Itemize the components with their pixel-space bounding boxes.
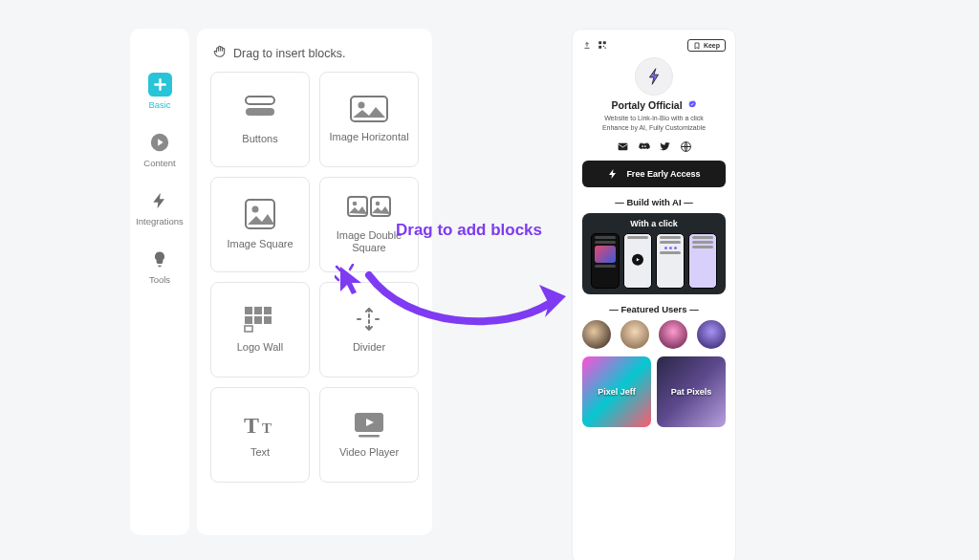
block-tile-video-player[interactable]: Video Player <box>319 387 419 483</box>
sidebar-item-tools[interactable]: Tools <box>146 246 173 285</box>
ai-card[interactable]: With a click <box>582 213 726 294</box>
svg-point-11 <box>376 202 381 206</box>
sidebar-item-label: Content <box>143 158 175 168</box>
svg-rect-18 <box>245 326 252 332</box>
block-tile-text[interactable]: TT Text <box>210 387 310 483</box>
verified-badge-icon <box>687 99 697 109</box>
block-tile-label: Image Double Square <box>320 229 418 254</box>
svg-rect-2 <box>246 97 274 104</box>
image-horizontal-icon <box>349 95 389 123</box>
profile-name: Portaly Official <box>582 99 726 111</box>
block-tile-image-square[interactable]: Image Square <box>210 177 310 272</box>
svg-text:T: T <box>262 420 272 436</box>
keep-button-label: Keep <box>704 42 720 49</box>
svg-rect-22 <box>359 435 380 438</box>
featured-user-card-label: Pat Pixels <box>671 387 712 397</box>
discord-icon[interactable] <box>638 140 650 153</box>
svg-rect-23 <box>598 41 601 44</box>
social-row <box>582 140 726 153</box>
featured-user-card-label: Pixel Jeff <box>598 387 636 397</box>
left-sidebar: Basic Content Integrations Tools <box>130 29 189 535</box>
svg-rect-27 <box>605 47 606 48</box>
blocks-panel-header: Drag to insert blocks. <box>210 42 419 72</box>
svg-rect-16 <box>254 316 262 324</box>
svg-point-5 <box>359 102 365 109</box>
preview-panel: Keep Portaly Official Website to Link-in… <box>572 29 736 560</box>
block-tile-label: Text <box>250 446 270 459</box>
blocks-panel: Drag to insert blocks. Buttons Image Hor… <box>197 29 432 535</box>
cta-button[interactable]: Free Early Access <box>582 161 726 187</box>
block-tile-label: Video Player <box>339 446 399 459</box>
sidebar-item-label: Basic <box>148 99 170 110</box>
ai-card-phones <box>588 233 720 289</box>
featured-user-avatar[interactable] <box>697 320 726 349</box>
buttons-icon <box>241 93 279 125</box>
block-tile-image-horizontal[interactable]: Image Horizontal <box>319 72 419 167</box>
svg-point-7 <box>252 206 259 213</box>
block-tile-label: Divider <box>353 341 385 354</box>
cta-button-label: Free Early Access <box>626 169 700 179</box>
block-tile-logo-wall[interactable]: Logo Wall <box>210 282 310 377</box>
twitter-icon[interactable] <box>659 140 671 153</box>
qr-icon[interactable] <box>598 40 607 52</box>
blocks-panel-header-text: Drag to insert blocks. <box>233 47 345 60</box>
featured-users-avatars <box>582 320 726 349</box>
svg-rect-12 <box>245 307 252 314</box>
lightbulb-icon <box>146 246 173 272</box>
featured-user-card[interactable]: Pixel Jeff <box>582 356 651 427</box>
preview-topbar: Keep <box>582 39 726 52</box>
block-tile-label: Image Square <box>227 238 293 250</box>
text-icon: TT <box>241 410 279 439</box>
block-tile-divider[interactable]: Divider <box>319 282 419 377</box>
svg-rect-29 <box>618 142 627 150</box>
svg-rect-15 <box>245 316 252 324</box>
featured-user-avatar[interactable] <box>582 320 611 349</box>
sidebar-item-label: Tools <box>149 274 170 285</box>
svg-rect-3 <box>246 108 274 116</box>
image-square-icon <box>244 198 276 230</box>
mail-icon[interactable] <box>617 140 629 153</box>
svg-rect-14 <box>264 307 272 314</box>
image-double-square-icon <box>346 195 392 222</box>
svg-rect-24 <box>603 41 606 44</box>
share-icon[interactable] <box>582 40 592 52</box>
featured-user-avatar[interactable] <box>659 320 687 349</box>
featured-user-avatar[interactable] <box>620 320 649 349</box>
block-tile-label: Logo Wall <box>237 341 284 354</box>
sidebar-item-content[interactable]: Content <box>143 129 175 168</box>
svg-rect-13 <box>254 307 262 314</box>
svg-rect-4 <box>351 97 387 121</box>
svg-rect-17 <box>264 316 272 324</box>
section-title-build-ai: Build with AI <box>582 197 726 207</box>
plus-icon <box>146 71 173 97</box>
ai-card-title: With a click <box>588 219 720 228</box>
video-player-icon <box>351 410 387 439</box>
profile-avatar <box>635 57 673 96</box>
block-tile-label: Image Horizontal <box>329 131 408 143</box>
sidebar-item-basic[interactable]: Basic <box>146 71 173 110</box>
block-tile-image-double-square[interactable]: Image Double Square <box>319 177 419 272</box>
sidebar-item-integrations[interactable]: Integrations <box>136 187 184 226</box>
featured-user-cards: Pixel Jeff Pat Pixels <box>582 356 726 427</box>
featured-user-card[interactable]: Pat Pixels <box>657 356 726 427</box>
block-tile-label: Buttons <box>242 133 277 145</box>
grab-hand-icon <box>212 44 228 62</box>
profile-tagline: Website to Link-in-Bio with a click Enha… <box>582 114 726 133</box>
divider-icon <box>352 305 386 334</box>
svg-rect-25 <box>598 45 601 48</box>
logo-wall-icon <box>243 305 277 334</box>
bolt-icon <box>607 168 619 180</box>
play-circle-icon <box>146 129 173 156</box>
bolt-icon <box>146 187 173 214</box>
globe-icon[interactable] <box>680 140 692 153</box>
block-tile-buttons[interactable]: Buttons <box>210 72 310 167</box>
section-title-featured-users: Featured Users <box>582 304 726 314</box>
svg-text:T: T <box>244 413 259 438</box>
keep-button[interactable]: Keep <box>687 39 726 52</box>
sidebar-item-label: Integrations <box>136 216 184 226</box>
svg-point-9 <box>353 202 358 206</box>
svg-rect-26 <box>603 45 604 46</box>
